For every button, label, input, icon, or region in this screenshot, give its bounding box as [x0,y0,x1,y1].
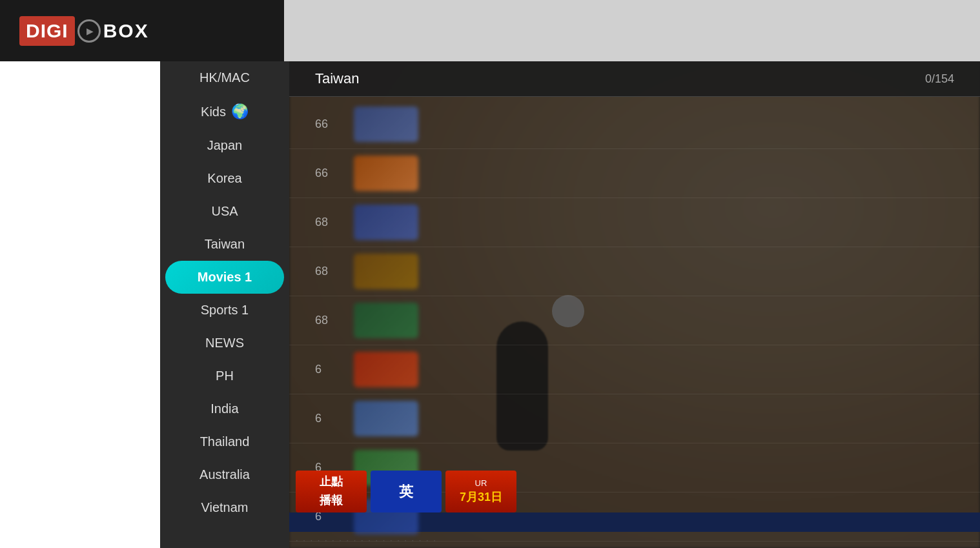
channel-number: 66 [315,117,341,131]
sidebar-item-thailand[interactable]: Thailand [160,425,289,458]
chinese-text-bottom: 播報 [320,494,343,508]
channel-number: 68 [315,216,341,229]
thumb-bg [354,401,418,436]
sidebar-item-japan[interactable]: Japan [160,129,289,162]
bottom-thumbnails: 止點 播報 英 UR 7月31日 [289,471,560,512]
channel-thumbnail [354,303,418,338]
sidebar-label-japan: Japan [207,138,243,153]
channel-row[interactable]: 6 [289,345,980,394]
channel-row[interactable]: 6 [289,394,980,443]
sidebar-label-usa: USA [211,204,238,219]
kids-container: Kids 🌍 [201,103,249,120]
sidebar: HK/MAC Kids 🌍 Japan Korea USA Taiwan Mov… [160,61,289,548]
channel-thumbnail [354,156,418,191]
sidebar-item-india[interactable]: India [160,392,289,425]
globe-icon: 🌍 [231,103,249,120]
channel-row[interactable]: 68 [289,296,980,345]
channel-thumbnail [354,107,418,142]
thumb-bg [354,156,418,191]
channel-row[interactable]: 68 [289,247,980,296]
sidebar-label-vietnam: Vietnam [201,500,248,515]
channel-thumbnail [354,254,418,289]
sidebar-label-india: India [210,401,238,416]
content-title: Taiwan [315,70,359,87]
english-text-1: 英 [399,482,413,502]
thumb-chinese-content: 止點 播報 [296,471,367,512]
thumb-bg [354,254,418,289]
sidebar-label-news: NEWS [205,336,244,350]
thumb-bg [354,352,418,387]
sidebar-label-movies-1: Movies 1 [198,270,252,285]
thumb-bg [354,303,418,338]
sidebar-label-ph: PH [216,369,234,383]
sidebar-item-ph[interactable]: PH [160,360,289,392]
sidebar-item-australia[interactable]: Australia [160,458,289,491]
logo-box-text: BOX [103,20,149,42]
header-logo-area: DIGI ▶ BOX [0,0,284,61]
thumb-bg [354,107,418,142]
channel-number: 6 [315,412,341,425]
thumb-bg [354,205,418,240]
sidebar-item-taiwan[interactable]: Taiwan [160,228,289,261]
logo-digi: DIGI [19,16,75,46]
channel-row[interactable]: 66 [289,149,980,198]
logo-digi-text: DIGI [26,20,68,42]
content-count: 0/154 [925,72,954,86]
sidebar-label-sports-1: Sports 1 [201,303,249,318]
header-right [284,0,980,61]
chinese-text-top: 止點 [320,475,343,489]
channel-thumbnail [354,352,418,387]
channel-number: 68 [315,265,341,278]
sidebar-label-hk-mac: HK/MAC [199,70,250,85]
sidebar-item-usa[interactable]: USA [160,195,289,228]
content-header: Taiwan 0/154 [289,61,980,97]
sidebar-item-korea[interactable]: Korea [160,162,289,195]
channel-thumbnail [354,401,418,436]
channel-row[interactable]: 66 [289,100,980,149]
channel-number: 6 [315,363,341,376]
logo-play-icon: ▶ [77,19,101,43]
thumbnail-chinese-1[interactable]: 止點 播報 [296,471,367,512]
thumbnail-date[interactable]: UR 7月31日 [445,471,516,512]
sidebar-label-taiwan: Taiwan [205,237,245,252]
content-area: · · · · · · · · · · · · · · · · · · · · … [289,61,980,548]
sidebar-label-australia: Australia [199,467,250,482]
logo: DIGI ▶ BOX [19,16,149,46]
sidebar-label-kids: Kids [201,105,226,119]
left-panel [0,61,160,548]
thumbnail-english-content: 英 [371,471,442,512]
play-triangle: ▶ [87,26,94,36]
sidebar-item-movies-1[interactable]: Movies 1 [165,261,284,294]
thumbnail-english[interactable]: 英 [371,471,442,512]
thumbnail-date-content: UR 7月31日 [445,471,516,512]
sidebar-item-hk-mac[interactable]: HK/MAC [160,61,289,94]
sidebar-item-sports-1[interactable]: Sports 1 [160,294,289,327]
date-text: 7月31日 [460,489,502,505]
channel-number: 66 [315,167,341,180]
sidebar-item-vietnam[interactable]: Vietnam [160,491,289,524]
sidebar-item-news[interactable]: NEWS [160,327,289,360]
date-label: UR [475,478,487,488]
channel-number: 68 [315,314,341,327]
sidebar-item-kids[interactable]: Kids 🌍 [160,94,289,129]
sidebar-label-thailand: Thailand [200,434,250,449]
sidebar-label-korea: Korea [207,171,241,186]
channel-row[interactable]: 68 [289,198,980,247]
channel-thumbnail [354,205,418,240]
